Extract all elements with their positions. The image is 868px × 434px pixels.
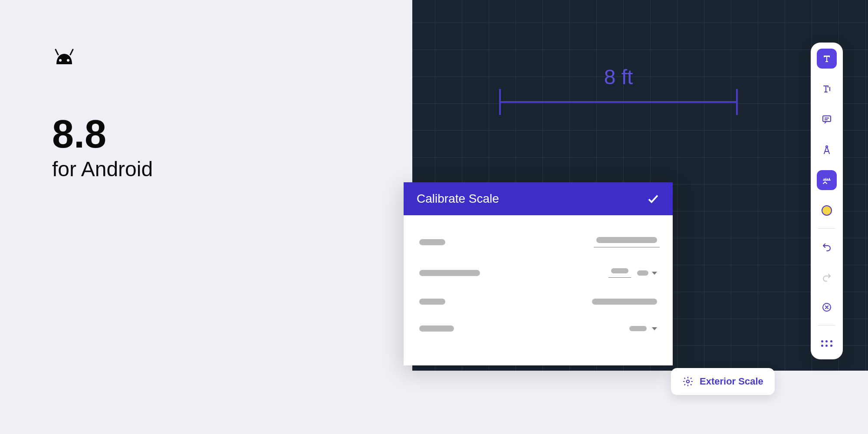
- svg-point-4: [687, 380, 690, 383]
- form-label-placeholder: [419, 239, 445, 245]
- undo-icon: [822, 241, 832, 252]
- color-picker[interactable]: [817, 201, 837, 220]
- version-label: 8.8: [52, 115, 153, 154]
- left-panel: 8.8 for Android: [52, 48, 153, 181]
- scale-chip-label: Exterior Scale: [700, 376, 763, 387]
- text-cursor-icon: [822, 84, 832, 94]
- svg-line-2: [56, 49, 58, 55]
- form-row: [419, 299, 657, 305]
- ruler-icon: [822, 175, 832, 185]
- gear-icon: [682, 376, 694, 387]
- modal-title: Calibrate Scale: [417, 192, 499, 206]
- redo-icon: [822, 272, 832, 282]
- modal-body: [404, 215, 673, 365]
- close-button[interactable]: [817, 297, 837, 317]
- compass-tool[interactable]: [817, 140, 837, 160]
- chevron-down-icon: [652, 327, 657, 330]
- chevron-down-icon: [652, 272, 657, 275]
- form-row: [419, 237, 657, 247]
- form-label-placeholder: [419, 270, 480, 276]
- drag-handle[interactable]: [817, 333, 837, 353]
- measurement-bar[interactable]: [499, 98, 738, 124]
- form-label-placeholder: [419, 326, 454, 332]
- confirm-icon[interactable]: [647, 192, 660, 205]
- color-swatch-icon: [822, 205, 832, 216]
- scale-settings-chip[interactable]: Exterior Scale: [671, 368, 775, 395]
- form-dropdown[interactable]: [629, 326, 657, 331]
- measure-tool[interactable]: [817, 170, 837, 190]
- svg-line-3: [70, 49, 73, 55]
- android-icon: [52, 48, 76, 65]
- modal-header: Calibrate Scale: [404, 182, 673, 215]
- measurement-indicator: 8 ft: [499, 65, 738, 124]
- form-dropdown[interactable]: [637, 270, 657, 276]
- comment-icon: [822, 114, 832, 125]
- svg-point-1: [67, 59, 69, 62]
- close-circle-icon: [822, 302, 832, 312]
- text-tool[interactable]: [817, 49, 837, 69]
- drag-dots-icon: [821, 339, 832, 347]
- text-icon: [822, 53, 832, 64]
- compass-icon: [822, 145, 832, 155]
- toolbar-divider: [818, 325, 835, 326]
- form-label-placeholder: [419, 299, 445, 305]
- platform-label: for Android: [52, 157, 153, 181]
- svg-point-0: [59, 59, 62, 62]
- text-cursor-tool[interactable]: [817, 79, 837, 99]
- toolbar-divider: [818, 228, 835, 229]
- undo-button[interactable]: [817, 237, 837, 256]
- form-row: [419, 268, 657, 278]
- form-value-placeholder: [592, 299, 657, 305]
- svg-rect-5: [823, 116, 831, 122]
- redo-button[interactable]: [817, 267, 837, 287]
- calibrate-scale-modal: Calibrate Scale: [404, 182, 673, 365]
- measurement-value: 8 ft: [499, 65, 738, 89]
- drawing-toolbar: [811, 43, 843, 359]
- form-row: [419, 326, 657, 332]
- form-input[interactable]: [611, 268, 628, 278]
- form-input[interactable]: [596, 237, 657, 247]
- comment-tool[interactable]: [817, 109, 837, 129]
